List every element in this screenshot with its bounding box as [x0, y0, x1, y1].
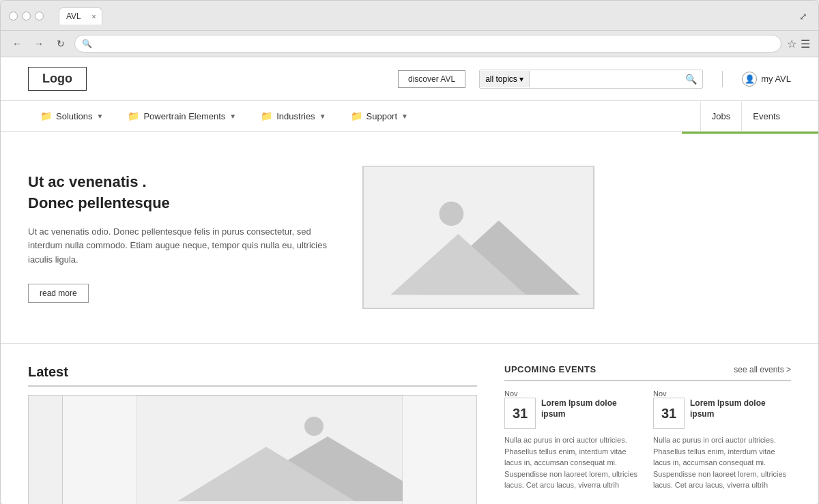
powertrain-arrow-icon: ▼	[229, 113, 236, 120]
event-2-title: Lorem Ipsum doloe ipsum	[690, 398, 791, 419]
expand-icon[interactable]: ⤢	[799, 11, 810, 22]
industries-arrow-icon: ▼	[319, 113, 326, 120]
solutions-label: Solutions	[56, 111, 92, 121]
menu-icon[interactable]: ☰	[801, 38, 810, 50]
browser-window: AVL × ⤢ ← → ↻ 🔍 ☆ ☰ Logo discover AVL	[0, 0, 819, 504]
site-nav: 📁 Solutions ▼ 📁 Powertrain Elements ▼ 📁 …	[1, 101, 818, 132]
site-header: Logo discover AVL all topics ▾ 🔍 👤 my AV…	[1, 57, 818, 101]
latest-card-image	[63, 396, 476, 504]
event-1-body: Nulla ac purus in orci auctor ultricies.…	[504, 434, 642, 491]
nav-powertrain[interactable]: 📁 Powertrain Elements ▼	[115, 101, 248, 131]
industries-icon: 📁	[261, 110, 272, 121]
event-1-date-row: Nov 31 Lorem Ipsum doloe ipsum	[504, 389, 642, 429]
event-2-month: Nov	[653, 389, 685, 398]
tab-title: AVL	[66, 12, 81, 21]
header-divider	[722, 71, 723, 87]
hero-title-line2: Donec pellentesque	[28, 193, 335, 214]
toolbar-right: ☆ ☰	[787, 38, 810, 50]
latest-left: Latest	[28, 364, 477, 504]
solutions-icon: 📁	[40, 110, 52, 121]
browser-minimize-btn[interactable]	[22, 12, 31, 20]
nav-support[interactable]: 📁 Support ▼	[339, 101, 420, 131]
logo[interactable]: Logo	[28, 67, 87, 91]
support-label: Support	[367, 111, 398, 121]
browser-close-btn[interactable]	[9, 12, 18, 20]
hero-body: Ut ac venenatis odio. Donec pellentesque…	[28, 225, 335, 267]
hero-text: Ut ac venenatis . Donec pellentesque Ut …	[28, 172, 335, 303]
latest-title: Latest	[28, 364, 477, 387]
powertrain-label: Powertrain Elements	[143, 111, 225, 121]
event-1-title: Lorem Ipsum doloe ipsum	[541, 398, 642, 419]
event-2-body: Nulla ac purus in orci auctor ultricies.…	[653, 434, 791, 491]
event-2-day: 31	[653, 398, 685, 429]
support-arrow-icon: ▼	[401, 113, 408, 120]
back-button[interactable]: ←	[9, 35, 25, 52]
events-header: UPCOMING EVENTS see all events >	[504, 364, 791, 381]
address-bar: 🔍	[74, 35, 781, 53]
event-1-date-box: Nov 31	[504, 389, 536, 429]
search-wrapper: all topics ▾ 🔍	[479, 70, 703, 89]
solutions-arrow-icon: ▼	[96, 113, 103, 120]
discover-button[interactable]: discover AVL	[398, 70, 465, 88]
events-section: UPCOMING EVENTS see all events > Nov 31 …	[504, 364, 791, 504]
hero-section: Ut ac venenatis . Donec pellentesque Ut …	[1, 132, 818, 344]
nav-events[interactable]: Events	[741, 102, 791, 131]
event-item-2: Nov 31 Lorem Ipsum doloe ipsum Nulla ac …	[653, 389, 791, 491]
search-icon: 🔍	[82, 39, 92, 48]
powertrain-icon: 📁	[128, 110, 139, 121]
hero-placeholder-svg	[363, 166, 594, 308]
nav-industries[interactable]: 📁 Industries ▼	[248, 101, 338, 131]
bookmark-icon[interactable]: ☆	[787, 38, 796, 50]
accent-line	[682, 132, 818, 134]
nav-solutions[interactable]: 📁 Solutions ▼	[28, 101, 115, 131]
event-1-month: Nov	[504, 389, 536, 398]
topics-dropdown[interactable]: all topics ▾	[480, 71, 530, 87]
event-1-day: 31	[504, 398, 536, 429]
search-submit-button[interactable]: 🔍	[680, 70, 702, 88]
reload-button[interactable]: ↻	[53, 35, 69, 52]
events-section-title: UPCOMING EVENTS	[504, 364, 597, 374]
browser-tab[interactable]: AVL ×	[59, 8, 102, 25]
forward-button[interactable]: →	[31, 35, 47, 52]
browser-toolbar: ← → ↻ 🔍 ☆ ☰	[1, 31, 818, 57]
event-2-date-box: Nov 31	[653, 389, 685, 429]
user-avatar-icon: 👤	[742, 72, 757, 87]
read-more-button[interactable]: read more	[28, 284, 89, 303]
latest-card-thumbnail	[29, 396, 63, 504]
address-input[interactable]	[96, 39, 774, 48]
event-2-date-row: Nov 31 Lorem Ipsum doloe ipsum	[653, 389, 791, 429]
website-content: Logo discover AVL all topics ▾ 🔍 👤 my AV…	[1, 57, 818, 504]
topics-label: all topics ▾	[485, 74, 523, 84]
latest-card	[28, 395, 477, 504]
latest-placeholder-svg	[136, 396, 403, 504]
industries-label: Industries	[276, 111, 315, 121]
tab-close-icon[interactable]: ×	[91, 12, 96, 20]
latest-section: Latest	[1, 344, 818, 504]
hero-title: Ut ac venenatis . Donec pellentesque	[28, 172, 335, 214]
search-input[interactable]	[530, 71, 680, 87]
browser-controls: AVL × ⤢	[9, 8, 810, 25]
hero-image	[362, 166, 594, 309]
see-all-events-link[interactable]: see all events >	[734, 365, 791, 374]
svg-point-2	[440, 202, 464, 226]
my-avl-label: my AVL	[761, 74, 791, 84]
browser-maximize-btn[interactable]	[35, 12, 44, 20]
support-icon: 📁	[351, 110, 362, 121]
svg-point-7	[304, 417, 324, 436]
tab-bar: AVL ×	[59, 8, 102, 25]
browser-titlebar: AVL × ⤢	[1, 1, 818, 31]
my-avl-button[interactable]: 👤 my AVL	[742, 72, 791, 87]
events-grid: Nov 31 Lorem Ipsum doloe ipsum Nulla ac …	[504, 389, 791, 491]
nav-jobs[interactable]: Jobs	[700, 102, 741, 131]
event-item-1: Nov 31 Lorem Ipsum doloe ipsum Nulla ac …	[504, 389, 642, 491]
hero-title-line1: Ut ac venenatis .	[28, 172, 335, 193]
